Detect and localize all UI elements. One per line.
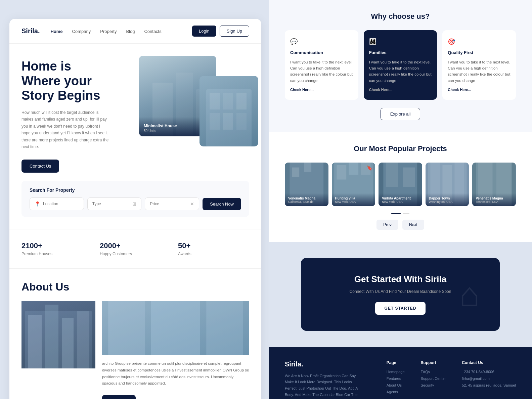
why-card-title-3: Quality First [448, 49, 511, 56]
nav-contacts[interactable]: Contacts [144, 29, 161, 34]
location-input[interactable] [43, 202, 79, 206]
hero-text: Home is Where your Story Begins How much… [21, 56, 126, 173]
project-name-5: Venenatis Magna [476, 196, 513, 200]
explore-all-button[interactable]: Explore all [381, 108, 420, 120]
why-card-quality: 🎯 Quality First I want you to take it to… [442, 30, 516, 100]
stat-premium-houses: 2100+ Premium Houses [21, 241, 93, 256]
about-image-left [21, 301, 95, 368]
hero-description: How much will it cost the target audienc… [21, 109, 109, 150]
why-card-families: 👨‍👩‍👧 Families I want you to take it to … [364, 30, 437, 100]
why-section-title: Why choose us? [285, 12, 516, 21]
project-card-5: Venenatis Magna Tennessee, USA [472, 163, 516, 206]
footer-link-about[interactable]: About Us [387, 383, 405, 387]
footer-link-support-center[interactable]: Support Center [421, 376, 446, 381]
footer-link-agents[interactable]: Agents [387, 390, 405, 394]
stat-label-1: Premium Houses [21, 252, 86, 256]
footer-logo: Sirila. [285, 360, 370, 368]
svg-rect-14 [62, 318, 74, 368]
right-panel: Why choose us? 💬 Communication I want yo… [269, 0, 532, 399]
navbar: Sirila. Home Company Property Blog Conta… [9, 19, 261, 44]
svg-rect-19 [206, 301, 243, 355]
why-card-title-1: Communication [290, 49, 353, 56]
type-icon: ⊞ [132, 201, 136, 207]
project-card-overlay-2: Hunting villa New York, USA [332, 193, 375, 206]
project-location-5: Tennessee, USA [476, 200, 513, 204]
get-started-button[interactable]: GET STARTED [375, 302, 426, 315]
project-name-4: Dapper Town [429, 196, 466, 200]
dot-inactive [403, 213, 409, 214]
footer-link-homepage[interactable]: Homepage [387, 370, 405, 374]
footer-description: We Are A Non- Profit Organization Can Sa… [285, 373, 365, 399]
svg-rect-13 [45, 305, 58, 368]
footer-link-features[interactable]: Features [387, 376, 405, 381]
nav-company[interactable]: Company [72, 29, 91, 34]
footer-email: firha@gmail.com [462, 376, 516, 381]
svg-rect-31 [386, 163, 398, 187]
footer-support-links: FAQs Support Center Security [421, 370, 446, 387]
price-input-wrap: ✕ [145, 197, 199, 210]
svg-rect-5 [210, 93, 220, 109]
nav-home[interactable]: Home [50, 29, 62, 34]
communication-icon: 💬 [290, 37, 353, 47]
about-content: archito Group se présente comme un outil… [21, 301, 249, 399]
get-started-wrapper: Get Started With Sirila Connect With Us … [269, 242, 532, 347]
nav-property[interactable]: Property [100, 29, 117, 34]
project-card-4: Dapper Town Washington, USA [426, 163, 469, 206]
location-icon: 📍 [35, 201, 40, 207]
stats-section: 2100+ Premium Houses 2000+ Happy Custome… [9, 229, 261, 268]
location-input-wrap: 📍 [30, 197, 84, 210]
why-card-link-1[interactable]: Check Here... [290, 87, 353, 93]
project-card-overlay-1: Venenatis Magna California, Seaside [285, 193, 328, 206]
project-card-overlay-4: Dapper Town Washington, USA [426, 193, 469, 206]
login-button[interactable]: Login [192, 26, 216, 37]
about-description: archito Group se présente comme un outil… [102, 360, 249, 387]
project-location-2: New York, USA [335, 200, 372, 204]
stat-happy-customers: 2000+ Happy Customers [93, 241, 171, 256]
type-input[interactable] [92, 202, 130, 206]
next-button[interactable]: Next [402, 220, 424, 230]
bookmark-icon: 🔖 [367, 165, 372, 171]
contact-us-button[interactable]: Contact Us [21, 160, 59, 173]
footer-section: Sirila. We Are A Non- Profit Organizatio… [269, 347, 532, 399]
footer-contact-info: +234 701-649-8006 firha@gmail.com 52, 45… [462, 370, 516, 387]
about-image-right [102, 301, 249, 355]
explore-button[interactable]: Explore [102, 395, 136, 399]
price-input[interactable] [150, 202, 187, 206]
signup-button[interactable]: Sign Up [220, 26, 249, 37]
nav-buttons: Login Sign Up [192, 26, 249, 37]
why-card-link-2[interactable]: Check Here... [369, 87, 432, 93]
nav-blog[interactable]: Blog [126, 29, 135, 34]
why-card-text-2: I want you to take it to the next level.… [369, 59, 432, 84]
project-location-3: New York, USA [382, 200, 419, 204]
search-inputs: 📍 ⊞ ✕ Search Now [30, 197, 241, 210]
about-building-right [102, 301, 249, 355]
get-started-decor: ⌂ [459, 275, 480, 314]
hero-section: Home is Where your Story Begins How much… [9, 44, 261, 173]
about-building-left [21, 301, 95, 368]
about-section: About Us [9, 268, 261, 399]
prev-button[interactable]: Prev [376, 220, 398, 230]
stat-awards: 50+ Awards [171, 241, 249, 256]
svg-rect-6 [223, 93, 233, 109]
projects-grid: Venenatis Magna California, Seaside 🔖 Hu… [285, 163, 516, 206]
stat-number-3: 50+ [178, 241, 242, 250]
building-image-2 [200, 76, 258, 146]
search-button[interactable]: Search Now [203, 198, 241, 210]
project-location-4: Washington, USA [429, 200, 466, 204]
why-cards: 💬 Communication I want you to take it to… [285, 30, 516, 100]
footer-link-faqs[interactable]: FAQs [421, 370, 446, 374]
footer-link-security[interactable]: Security [421, 383, 446, 387]
hero-secondary-image [200, 76, 258, 146]
why-card-link-3[interactable]: Check Here... [448, 87, 511, 93]
project-location-1: California, Seaside [288, 200, 325, 204]
hero-title: Home is Where your Story Begins [21, 59, 126, 103]
project-card-overlay-3: Vinhita Apartment New York, USA [379, 193, 422, 206]
why-card-text-3: I want you to take it to the next level.… [448, 59, 511, 84]
project-card-2: 🔖 Hunting villa New York, USA [332, 163, 375, 206]
footer-address: 52, 45 aspiras reu lagos, Samuel [462, 383, 516, 387]
project-name-2: Hunting villa [335, 196, 372, 200]
search-bar-title: Search For Property [30, 187, 241, 193]
footer-support-heading: Support [421, 360, 446, 365]
footer-support-col: Support FAQs Support Center Security [421, 360, 446, 399]
dot-active [391, 213, 401, 214]
